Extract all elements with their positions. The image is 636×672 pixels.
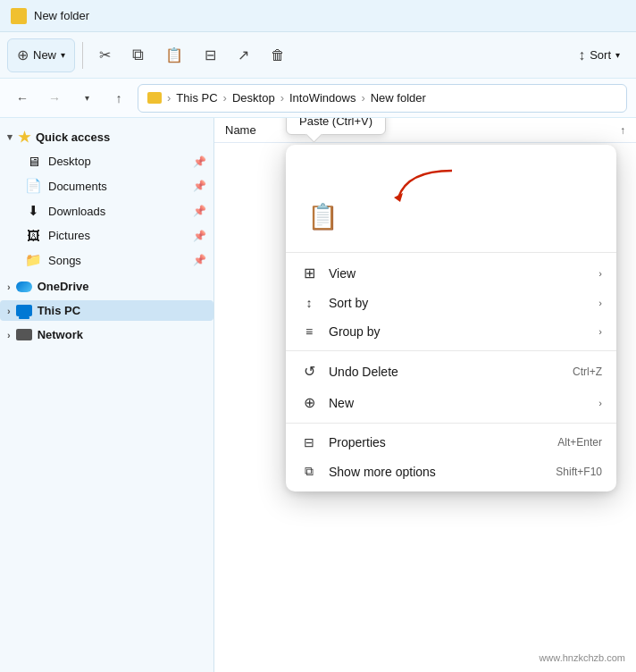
sidebar-item-songs[interactable]: 📁 Songs 📌 <box>0 248 213 273</box>
share-icon: ↗ <box>238 46 249 63</box>
toolbar: ⊕ New ▾ ✂ ⧉ 📋 ⊟ ↗ 🗑 ↕ Sort ▾ <box>0 32 636 79</box>
address-bar-row: ← → ▾ ↑ › This PC › Desktop › IntoWindow… <box>0 79 636 118</box>
rename-button[interactable]: ⊟ <box>196 38 225 72</box>
path-segment-thispc[interactable]: This PC <box>176 91 217 105</box>
context-menu-item-undodelete[interactable]: ↺ Undo Delete Ctrl+Z <box>286 356 616 387</box>
paste-tooltip: Paste (Ctrl+V) <box>286 118 386 135</box>
view-icon: ⊞ <box>300 265 318 281</box>
context-menu-item-new[interactable]: ⊕ New › <box>286 387 616 418</box>
sidebar-section-quickaccess: ▾ ★ Quick access 🖥 Desktop 📌 📄 Documents… <box>0 125 213 273</box>
onedrive-label: OneDrive <box>38 280 89 293</box>
properties-shortcut: Alt+Enter <box>557 436 602 449</box>
address-path[interactable]: › This PC › Desktop › IntoWindows › New … <box>138 84 627 113</box>
sort-button[interactable]: ↕ Sort ▾ <box>569 38 629 72</box>
context-menu-item-showmore[interactable]: ⧉ Show more options Shift+F10 <box>286 457 616 486</box>
arrow-indicator <box>389 166 461 206</box>
sidebar-group-thispc[interactable]: › This PC <box>0 300 213 321</box>
thispc-icon <box>16 305 32 316</box>
context-menu-item-properties[interactable]: ⊟ Properties Alt+Enter <box>286 428 616 457</box>
sidebar-group-onedrive[interactable]: › OneDrive <box>0 276 213 297</box>
quickaccess-star-icon: ★ <box>18 129 30 146</box>
up-button[interactable]: ↑ <box>105 85 132 112</box>
sidebar-item-pictures[interactable]: 🖼 Pictures 📌 <box>0 223 213 248</box>
sort-label: Sort <box>590 48 611 62</box>
sidebar-group-network[interactable]: › Network <box>0 324 213 345</box>
paste-tooltip-text: Paste (Ctrl+V) <box>299 118 372 128</box>
main-layout: ▾ ★ Quick access 🖥 Desktop 📌 📄 Documents… <box>0 118 636 672</box>
new-ctx-icon: ⊕ <box>300 394 318 411</box>
paste-button[interactable]: 📋 <box>156 38 192 72</box>
context-menu-divider-1 <box>286 350 616 351</box>
sort-arrow-icon[interactable]: ↑ <box>620 124 625 137</box>
sidebar-group-quickaccess[interactable]: ▾ ★ Quick access <box>0 125 213 149</box>
context-menu-divider-top <box>286 252 616 253</box>
showmore-shortcut: Shift+F10 <box>556 466 602 478</box>
path-folder-icon <box>147 92 162 104</box>
thispc-label: This PC <box>38 304 80 317</box>
title-bar-folder-icon <box>11 8 27 24</box>
path-segment-desktop[interactable]: Desktop <box>232 91 275 105</box>
undodelete-shortcut: Ctrl+Z <box>573 365 602 378</box>
sidebar-section-thispc: › This PC <box>0 300 213 321</box>
new-button[interactable]: ⊕ New ▾ <box>7 38 75 72</box>
content-header: Name ↑ <box>214 118 636 143</box>
pictures-icon: 🖼 <box>25 228 41 243</box>
songs-pin-icon: 📌 <box>193 254 206 266</box>
paste-icon: 📋 <box>165 46 183 63</box>
path-segment-intowindows[interactable]: IntoWindows <box>289 91 356 105</box>
title-bar-title: New folder <box>34 9 89 22</box>
path-sep-4: › <box>361 91 364 105</box>
context-menu-item-groupby[interactable]: ≡ Group by › <box>286 317 616 346</box>
network-chevron-icon: › <box>7 330 11 340</box>
sort-chevron-icon: ▾ <box>615 50 620 60</box>
recent-locations-button[interactable]: ▾ <box>73 85 100 112</box>
back-button[interactable]: ← <box>9 85 36 112</box>
sort-icon: ↕ <box>578 47 585 63</box>
showmore-icon: ⧉ <box>300 464 318 479</box>
downloads-pin-icon: 📌 <box>193 205 206 217</box>
path-sep-2: › <box>223 91 227 105</box>
showmore-label: Show more options <box>329 465 545 479</box>
documents-icon: 📄 <box>25 178 41 194</box>
sortby-label: Sort by <box>329 296 588 310</box>
sidebar-item-desktop-label: Desktop <box>48 155 91 168</box>
groupby-label: Group by <box>329 324 588 339</box>
thispc-chevron-icon: › <box>7 306 11 316</box>
cut-button[interactable]: ✂ <box>90 38 120 72</box>
path-segment-newfolder[interactable]: New folder <box>371 91 426 105</box>
sidebar-item-downloads-label: Downloads <box>48 205 105 218</box>
quickaccess-chevron-icon: ▾ <box>7 131 13 143</box>
new-chevron-icon: ▾ <box>61 50 65 60</box>
copy-icon: ⧉ <box>132 46 144 64</box>
sidebar-item-desktop[interactable]: 🖥 Desktop 📌 <box>0 149 213 173</box>
sidebar-section-onedrive: › OneDrive <box>0 276 213 297</box>
paste-large-icon[interactable]: 📋 <box>300 195 346 239</box>
sidebar-item-documents[interactable]: 📄 Documents 📌 <box>0 173 213 198</box>
forward-button[interactable]: → <box>41 85 68 112</box>
pictures-pin-icon: 📌 <box>193 230 206 242</box>
sidebar-item-downloads[interactable]: ⬇ Downloads 📌 <box>0 198 213 223</box>
path-sep-3: › <box>280 91 284 105</box>
context-menu-item-view[interactable]: ⊞ View › <box>286 257 616 289</box>
quickaccess-label: Quick access <box>36 130 110 144</box>
path-sep-1: › <box>167 91 171 105</box>
copy-button[interactable]: ⧉ <box>123 38 153 72</box>
groupby-arrow-icon: › <box>598 326 602 337</box>
context-menu-divider-2 <box>286 423 616 424</box>
delete-button[interactable]: 🗑 <box>262 38 294 72</box>
new-ctx-label: New <box>329 396 588 410</box>
new-plus-icon: ⊕ <box>17 46 29 63</box>
onedrive-icon <box>16 281 32 292</box>
new-ctx-arrow-icon: › <box>598 398 602 408</box>
context-menu-item-sortby[interactable]: ↕ Sort by › <box>286 289 616 317</box>
properties-icon: ⊟ <box>300 435 318 449</box>
songs-folder-icon: 📁 <box>25 252 41 268</box>
share-button[interactable]: ↗ <box>229 38 258 72</box>
desktop-pin-icon: 📌 <box>193 155 206 168</box>
onedrive-chevron-icon: › <box>7 281 11 292</box>
sidebar-item-songs-label: Songs <box>48 254 81 267</box>
network-icon <box>16 329 32 340</box>
sortby-arrow-icon: › <box>598 298 602 308</box>
undodelete-icon: ↺ <box>300 363 318 380</box>
groupby-icon: ≡ <box>300 324 318 339</box>
